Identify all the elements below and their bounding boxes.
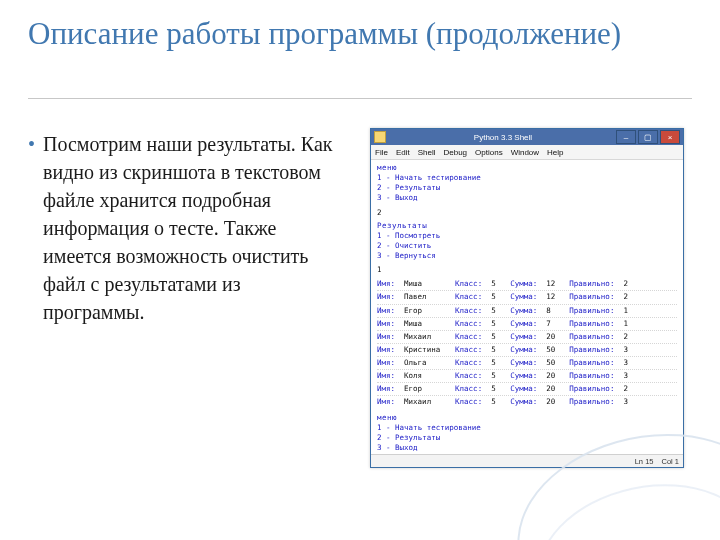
- label-name: Имя:: [377, 371, 395, 381]
- label-class: Класс:: [455, 292, 482, 302]
- bullet-text: Посмотрим наши результаты. Как видно из …: [43, 130, 344, 326]
- value-sum: 12: [546, 279, 560, 289]
- value-class: 5: [491, 384, 501, 394]
- value-class: 5: [491, 279, 501, 289]
- value-correct: 2: [623, 279, 628, 289]
- submenu-line: 2 - Очистить: [377, 241, 677, 251]
- value-sum: 12: [546, 292, 560, 302]
- label-sum: Сумма:: [510, 319, 537, 329]
- value-correct: 2: [623, 332, 628, 342]
- label-class: Класс:: [455, 358, 482, 368]
- label-sum: Сумма:: [510, 397, 537, 407]
- top-menu-line: 2 - Результаты: [377, 183, 677, 193]
- menu-file[interactable]: File: [375, 148, 388, 157]
- window-buttons: – ▢ ×: [616, 130, 680, 144]
- submenu-header: Результаты: [377, 221, 677, 231]
- top-menu-line: 3 - Выход: [377, 193, 677, 203]
- label-sum: Сумма:: [510, 332, 537, 342]
- maximize-button[interactable]: ▢: [638, 130, 658, 144]
- menu-window[interactable]: Window: [511, 148, 539, 157]
- value-name: Михаил: [404, 397, 446, 407]
- result-row: Имя:МишаКласс:5Сумма:12Правильно:2: [377, 278, 677, 290]
- value-correct: 3: [623, 397, 628, 407]
- result-row: Имя:ЕгорКласс:5Сумма:8Правильно:1: [377, 304, 677, 317]
- label-class: Класс:: [455, 371, 482, 381]
- embedded-screenshot-window: Python 3.3 Shell – ▢ × File Edit Shell D…: [370, 128, 684, 468]
- value-sum: 20: [546, 397, 560, 407]
- label-correct: Правильно:: [569, 397, 614, 407]
- result-row: Имя:МихаилКласс:5Сумма:20Правильно:3: [377, 395, 677, 408]
- label-correct: Правильно:: [569, 371, 614, 381]
- result-row: Имя:ОльгаКласс:5Сумма:50Правильно:3: [377, 356, 677, 369]
- label-class: Класс:: [455, 319, 482, 329]
- label-correct: Правильно:: [569, 345, 614, 355]
- value-sum: 7: [546, 319, 560, 329]
- value-sum: 20: [546, 332, 560, 342]
- label-name: Имя:: [377, 397, 395, 407]
- slide: Описание работы программы (продолжение) …: [0, 0, 720, 540]
- label-class: Класс:: [455, 306, 482, 316]
- value-sum: 50: [546, 345, 560, 355]
- value-class: 5: [491, 332, 501, 342]
- value-correct: 3: [623, 371, 628, 381]
- title-underline: [28, 98, 692, 99]
- value-sum: 20: [546, 371, 560, 381]
- slide-title: Описание работы программы (продолжение): [28, 16, 692, 52]
- value-name: Кристина: [404, 345, 446, 355]
- label-class: Класс:: [455, 279, 482, 289]
- label-name: Имя:: [377, 319, 395, 329]
- menu-help[interactable]: Help: [547, 148, 563, 157]
- submenu-line: 1 - Посмотреть: [377, 231, 677, 241]
- value-name: Егор: [404, 384, 446, 394]
- value-name: Ольга: [404, 358, 446, 368]
- label-correct: Правильно:: [569, 384, 614, 394]
- menu-options[interactable]: Options: [475, 148, 503, 157]
- result-row: Имя:ПавелКласс:5Сумма:12Правильно:2: [377, 290, 677, 303]
- value-name: Миша: [404, 319, 446, 329]
- label-sum: Сумма:: [510, 345, 537, 355]
- shell-output: меню 1 - Начать тестирование 2 - Результ…: [371, 160, 683, 453]
- result-row: Имя:КоляКласс:5Сумма:20Правильно:3: [377, 369, 677, 382]
- bullet-item: • Посмотрим наши результаты. Как видно и…: [28, 130, 344, 326]
- result-row: Имя:КристинаКласс:5Сумма:50Правильно:3: [377, 343, 677, 356]
- label-correct: Правильно:: [569, 358, 614, 368]
- window-menubar: File Edit Shell Debug Options Window Hel…: [371, 145, 683, 160]
- value-name: Егор: [404, 306, 446, 316]
- label-sum: Сумма:: [510, 384, 537, 394]
- value-sum: 50: [546, 358, 560, 368]
- minimize-button[interactable]: –: [616, 130, 636, 144]
- label-name: Имя:: [377, 332, 395, 342]
- label-name: Имя:: [377, 306, 395, 316]
- label-name: Имя:: [377, 345, 395, 355]
- label-correct: Правильно:: [569, 306, 614, 316]
- menu-debug[interactable]: Debug: [443, 148, 467, 157]
- menu-shell[interactable]: Shell: [418, 148, 436, 157]
- label-name: Имя:: [377, 358, 395, 368]
- value-class: 5: [491, 292, 501, 302]
- menu-edit[interactable]: Edit: [396, 148, 410, 157]
- bottom-menu-line: 1 - Начать тестирование: [377, 423, 677, 433]
- label-class: Класс:: [455, 384, 482, 394]
- results-block: Имя:МишаКласс:5Сумма:12Правильно:2Имя:Па…: [377, 278, 677, 408]
- value-class: 5: [491, 319, 501, 329]
- python-icon: [374, 131, 386, 143]
- label-correct: Правильно:: [569, 279, 614, 289]
- label-name: Имя:: [377, 384, 395, 394]
- value-name: Миша: [404, 279, 446, 289]
- submenu-line: 3 - Вернуться: [377, 251, 677, 261]
- value-sum: 20: [546, 384, 560, 394]
- result-row: Имя:ЕгорКласс:5Сумма:20Правильно:2: [377, 382, 677, 395]
- label-name: Имя:: [377, 292, 395, 302]
- label-sum: Сумма:: [510, 371, 537, 381]
- window-title: Python 3.3 Shell: [390, 133, 616, 142]
- value-class: 5: [491, 345, 501, 355]
- value-correct: 1: [623, 306, 628, 316]
- value-correct: 2: [623, 292, 628, 302]
- value-sum: 8: [546, 306, 560, 316]
- result-row: Имя:МихаилКласс:5Сумма:20Правильно:2: [377, 330, 677, 343]
- label-name: Имя:: [377, 279, 395, 289]
- value-name: Павел: [404, 292, 446, 302]
- label-sum: Сумма:: [510, 306, 537, 316]
- bottom-menu-header: меню: [377, 413, 677, 423]
- close-button[interactable]: ×: [660, 130, 680, 144]
